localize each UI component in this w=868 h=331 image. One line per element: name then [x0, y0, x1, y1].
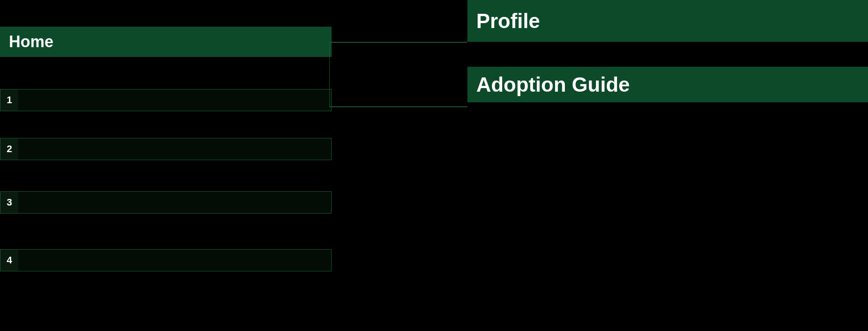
row-number-4: 4	[0, 254, 18, 266]
row-content-1	[18, 89, 331, 111]
connector-lines	[329, 24, 472, 127]
row-content-4	[18, 250, 331, 271]
home-bar[interactable]: Home	[0, 27, 332, 57]
row-number-2: 2	[0, 143, 18, 155]
row-number-3: 3	[0, 197, 18, 208]
row-content-2	[18, 138, 331, 160]
list-item[interactable]: 4	[0, 249, 332, 271]
row-content-3	[18, 192, 331, 213]
row-number-1: 1	[0, 94, 18, 106]
list-item[interactable]: 3	[0, 191, 332, 214]
list-item[interactable]: 2	[0, 138, 332, 160]
adoption-guide-label: Adoption Guide	[476, 73, 630, 97]
home-label: Home	[9, 32, 53, 51]
left-panel: Home 1 2 3 4	[0, 0, 338, 331]
profile-bar[interactable]: Profile	[467, 0, 868, 42]
profile-label: Profile	[476, 9, 540, 33]
adoption-guide-bar[interactable]: Adoption Guide	[467, 67, 868, 102]
list-item[interactable]: 1	[0, 89, 332, 111]
right-panel: Profile Adoption Guide	[467, 0, 868, 331]
